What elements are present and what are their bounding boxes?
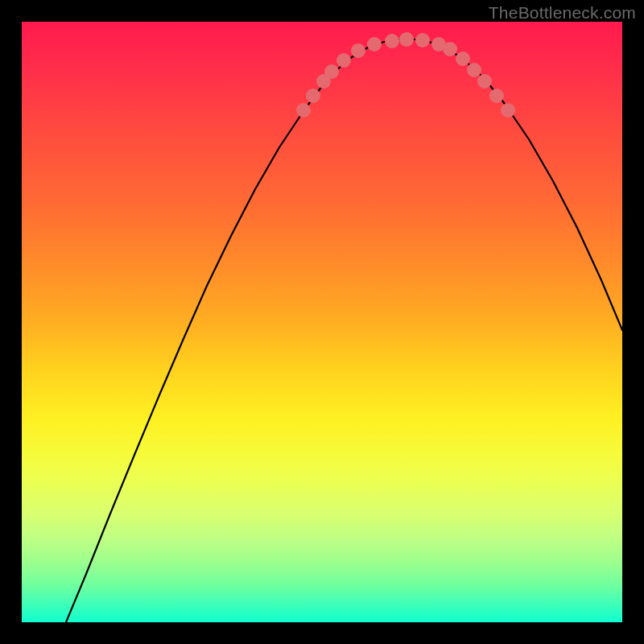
- dot: [415, 33, 430, 47]
- dot: [399, 32, 414, 47]
- dot: [351, 43, 365, 58]
- dot: [336, 53, 351, 68]
- watermark-text: TheBottleneck.com: [489, 3, 636, 23]
- dot: [443, 42, 457, 56]
- dot: [296, 103, 311, 118]
- dot: [367, 37, 382, 52]
- chart-stage: TheBottleneck.com: [0, 0, 644, 644]
- dot: [306, 89, 320, 103]
- dot: [467, 63, 481, 77]
- dot: [477, 74, 492, 89]
- dot: [501, 103, 515, 118]
- plot-area: [22, 22, 622, 622]
- bottleneck-curve: [66, 39, 622, 622]
- curve-svg: [22, 22, 622, 622]
- dot: [456, 52, 470, 66]
- dot: [324, 64, 339, 79]
- highlight-dots: [296, 32, 515, 118]
- dot: [385, 34, 399, 48]
- dot: [489, 89, 504, 103]
